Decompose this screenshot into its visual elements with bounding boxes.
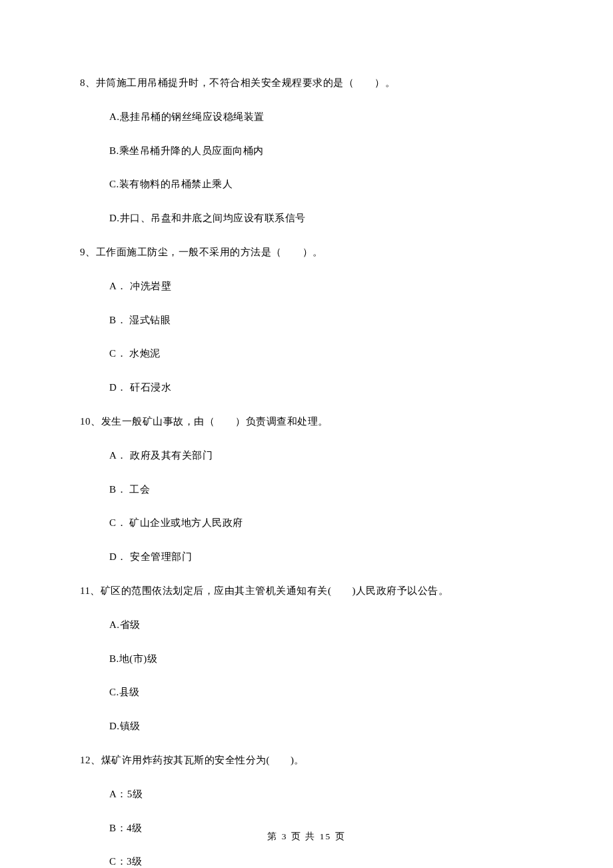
option-d: D． 矸石浸水 (109, 380, 533, 395)
option-b: B． 工会 (109, 482, 533, 497)
page-content: 8、井筒施工用吊桶提升时，不符合相关安全规程要求的是（ ）。 A.悬挂吊桶的钢丝… (0, 0, 613, 868)
option-d: D.镇级 (109, 719, 533, 734)
option-d: D.井口、吊盘和井底之间均应设有联系信号 (109, 211, 533, 226)
question-9: 9、工作面施工防尘，一般不采用的方法是（ ）。 A． 冲洗岩壁 B． 湿式钻眼 … (80, 244, 533, 395)
option-b: B.地(市)级 (109, 651, 533, 667)
question-8: 8、井筒施工用吊桶提升时，不符合相关安全规程要求的是（ ）。 A.悬挂吊桶的钢丝… (80, 75, 533, 225)
question-stem: 9、工作面施工防尘，一般不采用的方法是（ ）。 (80, 244, 533, 260)
question-stem: 11、矿区的范围依法划定后，应由其主管机关通知有关( )人民政府予以公告。 (80, 583, 533, 599)
options-group: A． 冲洗岩壁 B． 湿式钻眼 C． 水炮泥 D． 矸石浸水 (80, 279, 533, 395)
option-c: C.装有物料的吊桶禁止乘人 (109, 177, 533, 192)
option-b: B． 湿式钻眼 (109, 313, 533, 328)
option-a: A． 政府及其有关部门 (109, 448, 533, 463)
option-a: A.悬挂吊桶的钢丝绳应设稳绳装置 (109, 109, 533, 125)
option-c: C． 水炮泥 (109, 346, 533, 361)
options-group: A． 政府及其有关部门 B． 工会 C． 矿山企业或地方人民政府 D． 安全管理… (80, 448, 533, 564)
option-c: C． 矿山企业或地方人民政府 (109, 515, 533, 531)
option-d: D． 安全管理部门 (109, 549, 533, 565)
question-12: 12、煤矿许用炸药按其瓦斯的安全性分为( )。 A：5级 B：4级 C：3级 D… (80, 752, 533, 868)
question-11: 11、矿区的范围依法划定后，应由其主管机关通知有关( )人民政府予以公告。 A.… (80, 583, 533, 733)
question-stem: 10、发生一般矿山事故，由（ ）负责调查和处理。 (80, 413, 533, 429)
option-b: B.乘坐吊桶升降的人员应面向桶内 (109, 143, 533, 159)
options-group: A.省级 B.地(市)级 C.县级 D.镇级 (80, 617, 533, 733)
question-10: 10、发生一般矿山事故，由（ ）负责调查和处理。 A． 政府及其有关部门 B． … (80, 413, 533, 564)
question-stem: 8、井筒施工用吊桶提升时，不符合相关安全规程要求的是（ ）。 (80, 75, 533, 91)
option-a: A.省级 (109, 617, 533, 633)
options-group: A：5级 B：4级 C：3级 D：3级 (80, 787, 533, 868)
options-group: A.悬挂吊桶的钢丝绳应设稳绳装置 B.乘坐吊桶升降的人员应面向桶内 C.装有物料… (80, 109, 533, 225)
page-footer: 第 3 页 共 15 页 (0, 831, 613, 843)
question-stem: 12、煤矿许用炸药按其瓦斯的安全性分为( )。 (80, 752, 533, 768)
option-a: A：5级 (109, 787, 533, 802)
option-c: C：3级 (109, 854, 533, 868)
option-a: A． 冲洗岩壁 (109, 279, 533, 294)
option-c: C.县级 (109, 685, 533, 700)
